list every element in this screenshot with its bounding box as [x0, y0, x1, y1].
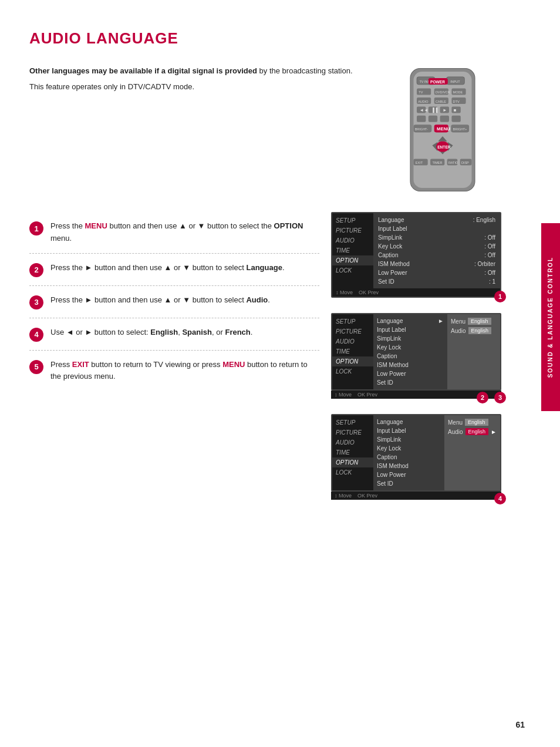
svg-text:EXIT: EXIT: [416, 161, 423, 164]
side-tab-text: SOUND & LANGUAGE CONTROL: [547, 257, 554, 378]
sidebar-audio: AUDIO: [332, 235, 373, 245]
step-text-4: Use ◄ or ► button to select: English, Sp…: [50, 327, 319, 339]
svg-text:CABLE: CABLE: [436, 100, 446, 103]
step-number-1: 1: [29, 221, 43, 235]
sidebar-setup: SETUP: [332, 216, 373, 226]
s3-option: OPTION: [332, 457, 373, 467]
svg-text:ENTER: ENTER: [437, 145, 451, 149]
svg-text:◄◄: ◄◄: [419, 107, 428, 113]
tv-footer-1: ↕ Move OK Prev: [332, 288, 500, 297]
steps-column: 1 Press the MENU button and then use ▲ o…: [29, 212, 319, 509]
tv-sidebar-1: SETUP PICTURE AUDIO TIME OPTION LOCK: [332, 213, 373, 288]
intro-line1: Other languages may be available if a di…: [29, 66, 257, 75]
screen-3: SETUP PICTURE AUDIO TIME OPTION LOCK Lan…: [331, 414, 501, 492]
s2-option: OPTION: [332, 356, 373, 366]
svg-text:DVD/VCR: DVD/VCR: [436, 90, 450, 94]
s3-time: TIME: [332, 447, 373, 457]
step-number-3: 3: [29, 295, 43, 309]
step-text-2: Press the ► button and then use ▲ or ▼ b…: [50, 262, 319, 274]
svg-rect-28: [417, 116, 426, 122]
screen-1-wrapper: SETUP PICTURE AUDIO TIME OPTION LOCK Lan…: [331, 212, 501, 298]
step-number-4: 4: [29, 328, 43, 342]
screen-2: SETUP PICTURE AUDIO TIME OPTION LOCK Lan…: [331, 313, 501, 391]
intro-text: Other languages may be available if a di…: [29, 65, 366, 194]
page-number: 61: [515, 720, 525, 729]
s2-setup: SETUP: [332, 317, 373, 327]
s3-lock: LOCK: [332, 467, 373, 477]
svg-text:▐▐: ▐▐: [431, 107, 437, 113]
step-4: 4 Use ◄ or ► button to select: English, …: [29, 318, 319, 351]
svg-rect-29: [429, 116, 437, 122]
step-text-5: Press EXIT button to return to TV viewin…: [50, 359, 319, 383]
svg-text:BRIGHT+: BRIGHT+: [453, 127, 467, 131]
badge-4: 4: [494, 493, 506, 504]
menu-row-ism: ISM Method : Orbiter: [378, 260, 495, 268]
page-title: AUDIO LANGUAGE: [29, 29, 501, 48]
s2-audio: AUDIO: [332, 337, 373, 346]
tv-main-panel-2: Language ► Input Label SimpLink Key Lock…: [373, 314, 447, 389]
menu-row-keylock: Key Lock : Off: [378, 242, 495, 251]
svg-text:INPUT: INPUT: [450, 80, 460, 83]
menu-row-caption: Caption : Off: [378, 251, 495, 260]
step-3: 3 Press the ► button and then use ▲ or ▼…: [29, 286, 319, 318]
tv-sub-panel-3: Menu English Audio English ►: [444, 415, 500, 490]
sidebar-lock: LOCK: [332, 265, 373, 275]
badge-3: 3: [494, 392, 506, 403]
svg-rect-30: [440, 116, 449, 122]
svg-text:►: ►: [443, 107, 447, 113]
tv-main-panel-1: Language : English Input Label SimpLink …: [373, 213, 500, 288]
svg-text:RATIO: RATIO: [448, 161, 458, 164]
svg-rect-31: [451, 116, 460, 122]
step-1: 1 Press the MENU button and then use ▲ o…: [29, 212, 319, 254]
step-text-3: Press the ► button and then use ▲ or ▼ b…: [50, 294, 319, 307]
s2-picture: PICTURE: [332, 327, 373, 337]
svg-text:TV: TV: [419, 90, 423, 94]
tv-sub-panel-2: Menu English Audio English: [447, 314, 500, 389]
remote-control-svg: TV INPUT INPUT POWER TV DVD/VCR MODE AUD…: [396, 65, 490, 194]
svg-text:POWER: POWER: [430, 80, 445, 84]
tv-footer-2: ↕ Move OK Prev: [331, 391, 501, 399]
step-text-1: Press the MENU button and then use ▲ or …: [50, 220, 319, 245]
sidebar-picture: PICTURE: [332, 226, 373, 235]
menu-row-language: Language : English: [378, 216, 495, 224]
badge-1: 1: [494, 291, 506, 302]
svg-text:DTV: DTV: [453, 100, 460, 103]
svg-text:■: ■: [454, 107, 457, 113]
s3-picture: PICTURE: [332, 428, 373, 438]
screen-1: SETUP PICTURE AUDIO TIME OPTION LOCK Lan…: [331, 212, 501, 298]
step-5: 5 Press EXIT button to return to TV view…: [29, 351, 319, 392]
svg-text:MODE: MODE: [453, 90, 463, 94]
sidebar-option-active: OPTION: [332, 255, 373, 265]
svg-text:DISP: DISP: [461, 161, 469, 164]
screen-2-wrapper: SETUP PICTURE AUDIO TIME OPTION LOCK Lan…: [331, 313, 501, 399]
svg-text:AUDIO: AUDIO: [418, 100, 429, 103]
step-2: 2 Press the ► button and then use ▲ or ▼…: [29, 254, 319, 286]
screens-column: SETUP PICTURE AUDIO TIME OPTION LOCK Lan…: [331, 212, 501, 509]
step-number-5: 5: [29, 360, 43, 374]
badge-2: 2: [477, 392, 488, 403]
s2-lock: LOCK: [332, 366, 373, 376]
screen-3-wrapper: SETUP PICTURE AUDIO TIME OPTION LOCK Lan…: [331, 414, 501, 500]
step-number-2: 2: [29, 263, 43, 277]
menu-row-setid: Set ID : 1: [378, 277, 495, 286]
svg-text:BRIGHT-: BRIGHT-: [415, 127, 428, 131]
tv-footer-3: ↕ Move OK Prev: [331, 492, 501, 500]
s3-audio: AUDIO: [332, 438, 373, 447]
sidebar-time: TIME: [332, 245, 373, 255]
svg-text:MENU: MENU: [437, 126, 450, 132]
svg-text:TIMER: TIMER: [432, 161, 442, 164]
tv-sidebar-3: SETUP PICTURE AUDIO TIME OPTION LOCK: [332, 415, 373, 490]
menu-row-simplink: SimpLink : Off: [378, 233, 495, 242]
intro-line2: by the broadcasting station.: [259, 66, 353, 75]
tv-sidebar-2: SETUP PICTURE AUDIO TIME OPTION LOCK: [332, 314, 373, 389]
s2-time: TIME: [332, 346, 373, 356]
tv-main-panel-3: Language Input Label SimpLink Key Lock C…: [373, 415, 444, 490]
remote-image: TV INPUT INPUT POWER TV DVD/VCR MODE AUD…: [384, 65, 501, 194]
side-tab: SOUND & LANGUAGE CONTROL: [541, 223, 560, 411]
menu-row-lowpower: Low Power : Off: [378, 268, 495, 277]
intro-line3: This feature operates only in DTV/CADTV …: [29, 81, 366, 93]
s3-setup: SETUP: [332, 418, 373, 428]
menu-row-inputlabel: Input Label: [378, 224, 495, 233]
